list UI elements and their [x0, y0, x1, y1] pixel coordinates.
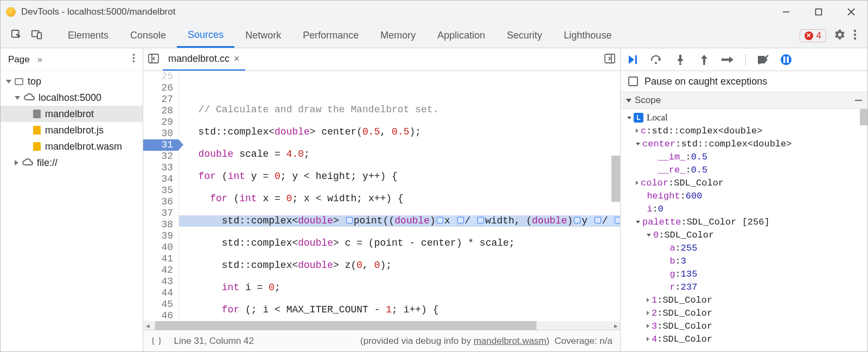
scope-section[interactable]: Scope [621, 92, 867, 109]
step-out-icon[interactable] [698, 53, 711, 66]
maximize-button[interactable] [808, 4, 829, 20]
var-palette[interactable]: palette: SDL_Color [256] [621, 215, 867, 228]
show-debugger-icon[interactable] [604, 53, 616, 66]
var-palette-3[interactable]: 3: SDL_Color [621, 319, 867, 332]
error-badge[interactable]: ✕ 4 [800, 29, 826, 42]
debugger-toolbar [621, 48, 867, 71]
step-icon[interactable] [722, 53, 735, 66]
var-height[interactable]: height: 600 [621, 189, 867, 202]
hscroll-right-icon[interactable]: ▸ [611, 321, 620, 330]
svg-rect-25 [703, 58, 705, 63]
deactivate-breakpoints-icon[interactable] [757, 53, 770, 66]
navigator-more-tabs-icon[interactable]: » [37, 54, 42, 65]
editor: mandelbrot.cc × 252627282930313233343536… [143, 48, 621, 351]
debug-info-link[interactable]: mandelbrot.wasm [474, 336, 546, 346]
panel-tabs: Elements Console Sources Network Perform… [1, 23, 867, 48]
file-tree: top localhost:5000 mandelbrot mandelbrot… [1, 71, 143, 351]
device-toggle-icon[interactable] [31, 29, 43, 42]
tab-memory[interactable]: Memory [369, 23, 426, 48]
wasm-file-icon [33, 142, 41, 151]
scope-title: Scope [635, 95, 661, 106]
tree-file-scheme[interactable]: file:// [1, 155, 143, 171]
tree-file-mandelbrot-js[interactable]: mandelbrot.js [1, 122, 143, 138]
var-center-re[interactable]: __re_: 0.5 [621, 163, 867, 176]
pause-on-caught-row[interactable]: Pause on caught exceptions [621, 71, 867, 92]
editor-vscroll-thumb[interactable] [611, 156, 620, 202]
step-into-icon[interactable] [674, 53, 687, 66]
toolbar-separator [745, 54, 746, 66]
var-c[interactable]: c: std::complex<double> [621, 124, 867, 137]
navigator-sidebar: Page » top localhost:5000 mandelbrot man… [1, 48, 143, 351]
cursor-position: Line 31, Column 42 [174, 336, 254, 347]
tab-performance[interactable]: Performance [292, 23, 369, 48]
collapse-icon[interactable] [855, 100, 862, 101]
frame-icon [15, 78, 23, 85]
scope-vscroll-thumb[interactable] [860, 109, 867, 125]
pause-on-caught-checkbox[interactable] [628, 76, 638, 86]
svg-point-9 [854, 37, 856, 40]
resume-icon[interactable] [626, 53, 639, 66]
tree-host[interactable]: localhost:5000 [1, 89, 143, 106]
scope-local[interactable]: LLocal [621, 111, 867, 124]
var-palette-2[interactable]: 2: SDL_Color [621, 306, 867, 319]
close-tab-icon[interactable]: × [234, 53, 240, 65]
error-count: 4 [816, 30, 821, 41]
editor-hscroll[interactable]: ◂ ▸ [143, 321, 620, 330]
step-over-icon[interactable] [650, 53, 663, 66]
code-area[interactable]: 2526272829303132333435363738394041424344… [143, 71, 620, 321]
debugger-panel: Pause on caught exceptions Scope LLocal … [621, 48, 867, 351]
svg-point-20 [655, 62, 657, 64]
svg-point-12 [133, 60, 135, 62]
tab-sources[interactable]: Sources [177, 23, 234, 48]
tree-top[interactable]: top [1, 73, 143, 89]
var-palette-0-g[interactable]: g: 135 [621, 267, 867, 280]
inspect-element-icon[interactable] [10, 29, 22, 42]
file-icon [33, 110, 41, 118]
svg-marker-17 [629, 55, 634, 64]
tab-network[interactable]: Network [234, 23, 292, 48]
editor-tab-mandelbrot-cc[interactable]: mandelbrot.cc × [163, 48, 245, 71]
pause-on-caught-label: Pause on caught exceptions [644, 76, 767, 87]
svg-rect-21 [679, 55, 681, 60]
navigator-head: Page » [1, 48, 143, 71]
var-palette-1[interactable]: 1: SDL_Color [621, 293, 867, 306]
var-palette-0[interactable]: 0: SDL_Color [621, 228, 867, 241]
window-title: DevTools - localhost:5000/mandelbrot [21, 7, 175, 17]
svg-rect-1 [816, 9, 822, 15]
tab-application[interactable]: Application [426, 23, 496, 48]
tab-console[interactable]: Console [119, 23, 177, 48]
tree-file-mandelbrot[interactable]: mandelbrot [1, 106, 143, 122]
svg-point-8 [854, 34, 856, 36]
svg-rect-6 [37, 33, 41, 39]
tree-file-mandelbrot-wasm[interactable]: mandelbrot.wasm [1, 138, 143, 155]
more-icon[interactable] [853, 29, 857, 42]
tab-lighthouse[interactable]: Lighthouse [553, 23, 622, 48]
show-navigator-icon[interactable] [148, 53, 159, 66]
hscroll-thumb[interactable] [155, 321, 537, 330]
tab-security[interactable]: Security [496, 23, 553, 48]
close-button[interactable] [840, 4, 862, 20]
pretty-print-icon[interactable]: { } [151, 336, 162, 347]
var-palette-0-b[interactable]: b: 3 [621, 254, 867, 267]
hscroll-left-icon[interactable]: ◂ [143, 321, 152, 330]
var-center-im[interactable]: __im_: 0.5 [621, 150, 867, 163]
titlebar: DevTools - localhost:5000/mandelbrot [1, 1, 867, 23]
line-gutter: 2526272829303132333435363738394041424344… [143, 71, 179, 321]
coverage-status: Coverage: n/a [554, 336, 612, 346]
svg-point-11 [133, 57, 135, 59]
var-palette-0-a[interactable]: a: 255 [621, 241, 867, 254]
minimize-button[interactable] [775, 4, 797, 20]
svg-marker-22 [677, 59, 684, 63]
local-badge-icon: L [634, 113, 643, 123]
var-palette-4[interactable]: 4: SDL_Color [621, 332, 867, 345]
settings-icon[interactable] [834, 29, 846, 42]
var-color[interactable]: color: SDL_Color [621, 176, 867, 189]
tab-elements[interactable]: Elements [57, 23, 119, 48]
var-center[interactable]: center: std::complex<double> [621, 137, 867, 150]
devtools-window: DevTools - localhost:5000/mandelbrot Ele… [0, 0, 868, 352]
var-palette-0-r[interactable]: r: 237 [621, 280, 867, 293]
var-i[interactable]: i: 0 [621, 202, 867, 215]
navigator-menu-icon[interactable] [132, 53, 135, 66]
pause-on-exceptions-icon[interactable] [781, 54, 792, 65]
cloud-icon [22, 157, 34, 169]
